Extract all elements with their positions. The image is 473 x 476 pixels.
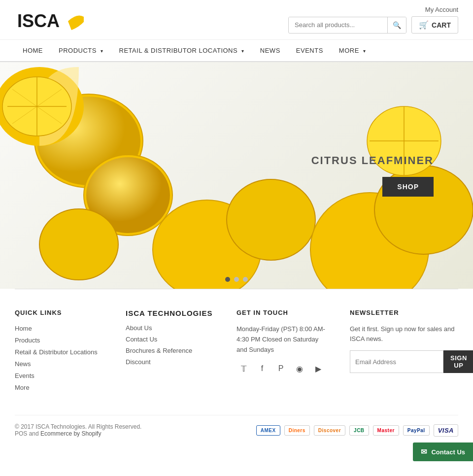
instagram-icon[interactable]: ◉ bbox=[293, 362, 306, 375]
get-in-touch-title: GET IN TOUCH bbox=[236, 309, 330, 316]
social-icons: 𝕋 f P ◉ ▶ bbox=[236, 362, 330, 375]
cart-label: CART bbox=[432, 21, 451, 29]
nav-link-retail[interactable]: RETAIL & DISTRIBUTOR LOCATIONS ▾ bbox=[111, 40, 252, 61]
discover-badge: Discover bbox=[314, 425, 345, 436]
search-form: 🔍 bbox=[288, 17, 406, 34]
slider-dot-1[interactable] bbox=[225, 277, 230, 282]
facebook-icon[interactable]: f bbox=[255, 362, 269, 375]
quick-links-list: Home Products Retail & Distributor Locat… bbox=[15, 324, 106, 391]
slide-text: CITRUS LEAFMINER SHOP bbox=[311, 154, 434, 197]
isca-about[interactable]: About Us bbox=[126, 324, 217, 332]
footer-get-in-touch: GET IN TOUCH Monday-Friday (PST) 8:00 AM… bbox=[236, 309, 330, 395]
list-item: Retail & Distributor Locations bbox=[15, 348, 106, 356]
nav-item-more: MORE ▾ bbox=[331, 40, 374, 61]
mastercard-badge: Master bbox=[373, 425, 399, 436]
copyright-text: © 2017 ISCA Technologies. All Rights Res… bbox=[15, 423, 141, 437]
slide-title: CITRUS LEAFMINER bbox=[311, 154, 434, 167]
header-right: My Account 🔍 🛒 CART bbox=[288, 6, 458, 34]
ql-products[interactable]: Products bbox=[15, 337, 40, 344]
diners-badge: Diners bbox=[284, 425, 310, 436]
newsletter-description: Get it first. Sign up now for sales and … bbox=[350, 324, 458, 343]
hero-content: CITRUS LEAFMINER SHOP bbox=[0, 62, 473, 289]
business-hours: Monday-Friday (PST) 8:00 AM- 4:30 PM Clo… bbox=[236, 324, 330, 355]
pinterest-icon[interactable]: P bbox=[274, 362, 288, 375]
list-item: More bbox=[15, 383, 106, 391]
svg-point-13 bbox=[227, 179, 315, 260]
search-button[interactable]: 🔍 bbox=[387, 17, 406, 33]
footer-bottom: © 2017 ISCA Technologies. All Rights Res… bbox=[15, 415, 458, 437]
main-nav: HOME PRODUCTS ▾ RETAIL & DISTRIBUTOR LOC… bbox=[0, 40, 473, 62]
ql-home[interactable]: Home bbox=[15, 325, 32, 332]
contact-sticky-button[interactable]: ✉ Contact Us bbox=[413, 442, 473, 447]
copyright-notice: © 2017 ISCA Technologies. All Rights Res… bbox=[15, 423, 141, 430]
email-field[interactable] bbox=[350, 350, 443, 373]
more-dropdown-arrow: ▾ bbox=[363, 48, 366, 54]
products-dropdown-arrow: ▾ bbox=[101, 48, 103, 54]
isca-discount[interactable]: Discount bbox=[126, 358, 217, 366]
and-label: and bbox=[29, 430, 40, 437]
jcb-badge: JCB bbox=[349, 425, 369, 436]
cart-button[interactable]: 🛒 CART bbox=[411, 16, 458, 34]
nav-item-news: NEWS bbox=[252, 40, 288, 61]
newsletter-form: SIGN UP bbox=[350, 350, 458, 373]
signup-button[interactable]: SIGN UP bbox=[443, 350, 473, 373]
list-item: News bbox=[15, 360, 106, 368]
nav-link-more[interactable]: MORE ▾ bbox=[331, 40, 374, 61]
hero-slider: CITRUS LEAFMINER SHOP bbox=[0, 62, 473, 289]
retail-dropdown-arrow: ▾ bbox=[241, 48, 244, 54]
nav-list: HOME PRODUCTS ▾ RETAIL & DISTRIBUTOR LOC… bbox=[15, 40, 458, 61]
footer-isca: ISCA TECHNOLOGIES About Us Contact Us Br… bbox=[126, 309, 217, 395]
twitter-icon[interactable]: 𝕋 bbox=[236, 362, 250, 375]
isca-title: ISCA TECHNOLOGIES bbox=[126, 309, 217, 317]
logo[interactable]: ISCA bbox=[15, 5, 84, 34]
isca-contact[interactable]: Contact Us bbox=[126, 336, 217, 343]
paypal-badge: PayPal bbox=[403, 425, 430, 436]
footer-newsletter: NEWSLETTER Get it first. Sign up now for… bbox=[350, 309, 458, 395]
nav-link-events[interactable]: EVENTS bbox=[288, 40, 331, 61]
slider-dot-2[interactable] bbox=[234, 277, 239, 282]
header-actions: 🔍 🛒 CART bbox=[288, 16, 458, 34]
quick-links-title: QUICK LINKS bbox=[15, 309, 106, 316]
header-top: ISCA My Account 🔍 🛒 CART bbox=[0, 0, 473, 40]
footer-columns: QUICK LINKS Home Products Retail & Distr… bbox=[15, 309, 458, 395]
amex-badge: AMEX bbox=[256, 425, 280, 436]
pos-label: POS bbox=[15, 430, 27, 437]
footer: QUICK LINKS Home Products Retail & Distr… bbox=[0, 289, 473, 447]
header: ISCA My Account 🔍 🛒 CART bbox=[0, 0, 473, 62]
search-input[interactable] bbox=[289, 17, 387, 33]
ql-retail[interactable]: Retail & Distributor Locations bbox=[15, 348, 98, 356]
svg-point-11 bbox=[39, 209, 118, 280]
nav-item-home: HOME bbox=[15, 40, 51, 61]
my-account-link[interactable]: My Account bbox=[425, 6, 458, 13]
nav-link-products[interactable]: PRODUCTS ▾ bbox=[51, 40, 111, 61]
nav-item-products: PRODUCTS ▾ bbox=[51, 40, 111, 61]
list-item: Events bbox=[15, 372, 106, 379]
ql-news[interactable]: News bbox=[15, 360, 31, 368]
nav-item-retail: RETAIL & DISTRIBUTOR LOCATIONS ▾ bbox=[111, 40, 252, 61]
payment-icons: AMEX Diners Discover JCB Master PayPal V… bbox=[256, 424, 458, 437]
isca-brochures[interactable]: Brochures & Reference bbox=[126, 347, 217, 354]
ecommerce-link[interactable]: Ecommerce by Shopify bbox=[40, 430, 101, 437]
footer-quick-links: QUICK LINKS Home Products Retail & Distr… bbox=[15, 309, 106, 395]
nav-item-events: EVENTS bbox=[288, 40, 331, 61]
ql-events[interactable]: Events bbox=[15, 372, 34, 379]
list-item: Home bbox=[15, 324, 106, 332]
nav-link-news[interactable]: NEWS bbox=[252, 40, 288, 61]
visa-badge: VISA bbox=[434, 424, 458, 437]
nav-link-home[interactable]: HOME bbox=[15, 40, 51, 61]
slider-dot-3[interactable] bbox=[243, 277, 248, 282]
youtube-icon[interactable]: ▶ bbox=[311, 362, 325, 375]
slider-dots bbox=[225, 277, 248, 282]
shop-button[interactable]: SHOP bbox=[382, 177, 434, 197]
newsletter-title: NEWSLETTER bbox=[350, 309, 458, 316]
cart-icon: 🛒 bbox=[419, 20, 429, 30]
list-item: Products bbox=[15, 336, 106, 344]
ql-more[interactable]: More bbox=[15, 384, 30, 391]
svg-text:ISCA: ISCA bbox=[17, 11, 60, 31]
